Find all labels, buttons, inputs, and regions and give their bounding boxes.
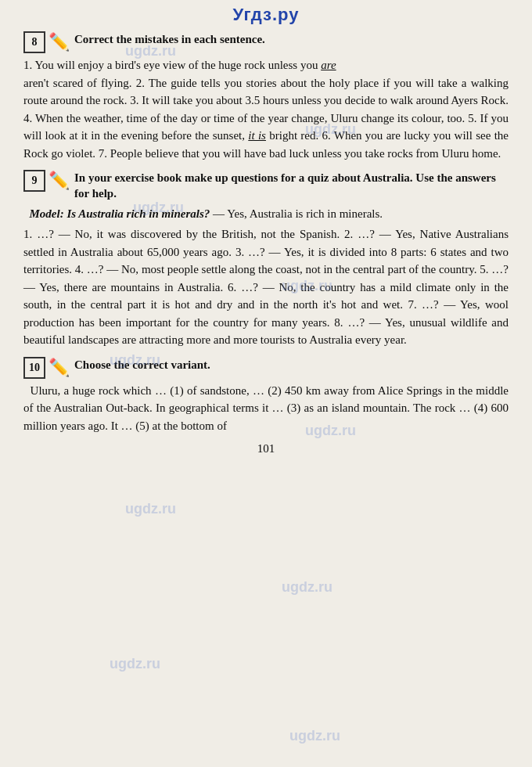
exercise-8-icon: ✏️ xyxy=(49,32,70,52)
page-wrapper: Угдз.ру ugdz.ru ugdz.ru ugdz.ru ugdz.ru … xyxy=(0,0,532,767)
site-header: Угдз.ру xyxy=(0,0,532,27)
exercise-8-header: 8 ✏️ Correct the mistakes in each senten… xyxy=(23,31,509,53)
exercise-10-title: Choose the correct variant. xyxy=(74,357,210,373)
exercise-9-header: 9 ✏️ In your exercise book make up quest… xyxy=(23,170,509,202)
exercise-9-number-box: 9 xyxy=(23,170,45,192)
exercise-8-body: 1. You will enjoy a bird's eye view of t… xyxy=(23,56,509,162)
exercise-10-body: Uluru, a huge rock which … (1) of sandst… xyxy=(23,382,509,435)
exercise-10: 10 ✏️ Choose the correct variant. Uluru,… xyxy=(23,357,509,435)
exercise-10-text: Uluru, a huge rock which … (1) of sandst… xyxy=(23,382,509,435)
correction-are: are xyxy=(321,59,336,71)
exercise-8-title: Correct the mistakes in each sentence. xyxy=(74,31,265,47)
watermark-9: ugdz.ru xyxy=(110,656,160,672)
exercise-10-number-box: 10 xyxy=(23,357,45,379)
page-number: 101 xyxy=(23,442,509,456)
exercise-10-number: 10 xyxy=(29,362,40,374)
exercise-8-number: 8 xyxy=(32,36,38,49)
exercise-9: 9 ✏️ In your exercise book make up quest… xyxy=(23,170,509,349)
exercise-9-number: 9 xyxy=(32,175,38,187)
exercise-10-header: 10 ✏️ Choose the correct variant. xyxy=(23,357,509,379)
exercise-8-text: 1. You will enjoy a bird's eye view of t… xyxy=(23,56,509,162)
site-title: Угдз.ру xyxy=(233,5,300,24)
exercise-9-model: Model: Is Australia rich in minerals? — … xyxy=(23,205,509,223)
watermark-8: ugdz.ru xyxy=(282,579,332,596)
model-label: Model: Is Australia rich in minerals? xyxy=(30,207,210,220)
correction-itis: it is xyxy=(248,129,266,142)
exercise-9-body: Model: Is Australia rich in minerals? — … xyxy=(23,205,509,349)
exercise-9-title: In your exercise book make up questions … xyxy=(74,170,509,202)
word-as: as xyxy=(304,402,315,414)
watermark-7: ugdz.ru xyxy=(125,501,176,517)
exercise-10-icon: ✏️ xyxy=(49,358,70,378)
watermark-10: ugdz.ru xyxy=(289,728,340,744)
exercise-8: 8 ✏️ Correct the mistakes in each senten… xyxy=(23,31,509,162)
exercise-9-text: 1. …? — No, it was discovered by the Bri… xyxy=(23,225,509,349)
exercise-9-icon: ✏️ xyxy=(49,171,70,191)
content-area: 8 ✏️ Correct the mistakes in each senten… xyxy=(0,27,532,463)
exercise-8-number-box: 8 xyxy=(23,31,45,53)
